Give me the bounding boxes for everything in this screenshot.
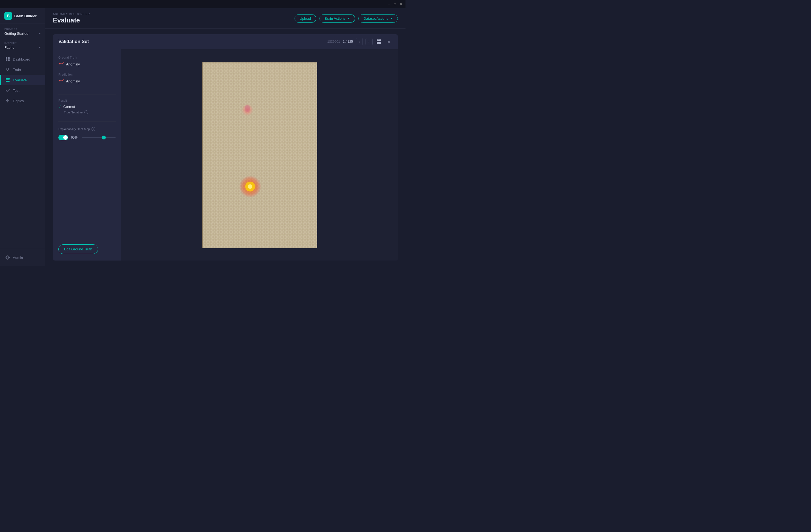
svg-rect-6 [6, 79, 10, 80]
table-icon [5, 77, 10, 82]
upload-button[interactable]: Upload [294, 14, 316, 23]
evaluate-label: Evaluate [13, 78, 27, 82]
project-name: Getting Started [4, 31, 28, 35]
svg-rect-10 [379, 40, 381, 41]
svg-rect-2 [6, 59, 7, 61]
dataset-section[interactable]: DATASET Fabric [0, 38, 45, 52]
header-left: ANOMALY RECOGNIZER Evaluate [53, 13, 90, 24]
panel-body: Ground Truth Anomaly [53, 49, 398, 260]
result-status: Correct [63, 105, 75, 109]
check-correct-icon: ✓ [58, 104, 62, 109]
sidebar-item-admin[interactable]: Admin [0, 252, 45, 263]
dataset-name: Fabric [4, 45, 14, 49]
maximize-button[interactable]: □ [393, 2, 397, 6]
panel-title: Validation Set [58, 39, 89, 44]
prediction-text: Anomaly [66, 79, 80, 83]
page-title: Evaluate [53, 16, 90, 24]
sidebar: B Brain Builder PROJECT Getting Started … [0, 8, 45, 266]
grid-icon [5, 57, 10, 62]
svg-rect-0 [6, 57, 7, 59]
svg-point-4 [6, 68, 9, 70]
app-layout: B Brain Builder PROJECT Getting Started … [0, 8, 406, 266]
sidebar-bottom: Admin [0, 249, 45, 266]
edit-ground-truth-button[interactable]: Edit Ground Truth [58, 244, 98, 254]
main-content: ANOMALY RECOGNIZER Evaluate Upload Brain… [45, 8, 406, 266]
sidebar-item-dashboard[interactable]: Dashboard [0, 54, 45, 64]
left-panel: Ground Truth Anomaly [53, 49, 121, 260]
slider-thumb[interactable] [102, 136, 106, 139]
result-info-icon[interactable]: i [85, 110, 88, 114]
test-label: Test [13, 89, 19, 93]
minimize-button[interactable]: ─ [387, 2, 391, 6]
prev-arrow-button[interactable]: ‹ [356, 38, 363, 45]
svg-rect-1 [8, 57, 10, 59]
anomaly-gt-icon [58, 61, 64, 67]
admin-label: Admin [13, 256, 23, 260]
sidebar-item-test[interactable]: Test [0, 85, 45, 96]
sidebar-logo: B Brain Builder [0, 8, 45, 24]
content-area: Validation Set 1839001 1 / 125 ‹ › [45, 29, 406, 266]
svg-rect-25 [202, 62, 317, 248]
project-section[interactable]: PROJECT Getting Started [0, 24, 45, 38]
svg-rect-3 [8, 59, 10, 61]
close-button[interactable]: ✕ [399, 2, 403, 6]
sidebar-item-evaluate[interactable]: Evaluate [0, 75, 45, 85]
project-chevron-icon [39, 33, 41, 34]
svg-rect-11 [377, 42, 379, 44]
sidebar-nav: Dashboard Train [0, 52, 45, 249]
check-icon [5, 88, 10, 93]
heatmap-section: Explainability Heat Map i 65% [58, 127, 116, 140]
panel-nav: 1839001 1 / 125 ‹ › ✕ [327, 38, 392, 45]
heatmap-info-icon[interactable]: i [92, 127, 95, 131]
deploy-label: Deploy [13, 99, 24, 103]
sidebar-item-deploy[interactable]: Deploy [0, 96, 45, 106]
svg-point-28 [245, 105, 250, 112]
prediction-label: Prediction [58, 73, 116, 76]
prediction-value: Anomaly [58, 78, 116, 84]
sidebar-item-train[interactable]: Train [0, 64, 45, 75]
prediction-section: Prediction Anomaly [58, 73, 116, 84]
svg-rect-9 [377, 40, 379, 41]
panel-header: Validation Set 1839001 1 / 125 ‹ › [53, 34, 398, 49]
heatmap-label: Explainability Heat Map i [58, 127, 116, 131]
fabric-image [202, 62, 317, 248]
heatmap-slider[interactable] [82, 137, 116, 138]
brain-actions-chevron-icon [348, 18, 350, 19]
train-label: Train [13, 68, 21, 72]
project-value[interactable]: Getting Started [4, 31, 41, 35]
result-value: ✓ Correct [58, 104, 116, 109]
gear-icon [5, 255, 10, 260]
heatmap-controls: 65% [58, 135, 116, 140]
ground-truth-text: Anomaly [66, 62, 80, 66]
heatmap-toggle[interactable] [58, 135, 68, 140]
dataset-chevron-icon [39, 47, 41, 48]
panel-close-button[interactable]: ✕ [385, 38, 392, 45]
app-name: Brain Builder [14, 14, 37, 18]
svg-rect-7 [6, 81, 10, 82]
project-label: PROJECT [4, 28, 41, 30]
result-label: Result [58, 99, 116, 102]
header-actions: Upload Brain Actions Dataset Actions [294, 14, 398, 23]
dataset-label: DATASET [4, 42, 41, 44]
dashboard-label: Dashboard [13, 57, 30, 61]
ground-truth-value: Anomaly [58, 61, 116, 67]
image-area [121, 49, 398, 260]
svg-point-8 [7, 257, 9, 258]
result-section: Result ✓ Correct True Negative i [58, 99, 116, 114]
svg-rect-5 [6, 78, 10, 79]
brain-builder-icon: B [4, 12, 12, 20]
next-arrow-button[interactable]: › [366, 38, 373, 45]
dataset-actions-button[interactable]: Dataset Actions [358, 14, 398, 23]
deploy-icon [5, 98, 10, 103]
svg-point-31 [248, 184, 253, 189]
heatmap-pct: 65% [71, 136, 79, 139]
ground-truth-label: Ground Truth [58, 56, 116, 59]
page-header: ANOMALY RECOGNIZER Evaluate Upload Brain… [45, 8, 406, 29]
brain-actions-button[interactable]: Brain Actions [320, 14, 355, 23]
grid-view-button[interactable] [376, 38, 382, 45]
panel-id: 1839001 [327, 40, 340, 44]
dataset-value[interactable]: Fabric [4, 45, 41, 49]
bulb-icon [5, 67, 10, 72]
divider-2 [58, 121, 116, 122]
panel-page: 1 / 125 [343, 40, 353, 44]
